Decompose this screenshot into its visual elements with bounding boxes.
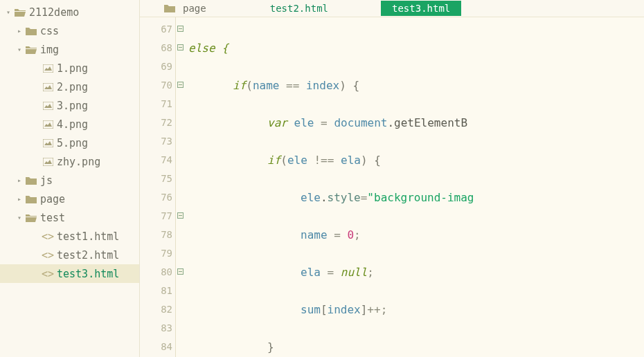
breadcrumb-folder[interactable]: page <box>152 1 217 16</box>
image-icon <box>42 83 54 91</box>
folder-label: css <box>40 25 59 37</box>
tree-file-html[interactable]: · <> test1.html <box>0 227 139 246</box>
fold-icon[interactable] <box>177 82 184 88</box>
tab-label: test2.html <box>270 3 328 14</box>
chevron-down-icon: ▾ <box>4 8 12 16</box>
fold-icon[interactable] <box>177 212 184 219</box>
svg-rect-4 <box>43 139 53 147</box>
app-root: ▾ 2112demo ▸ css ▾ img · 1.p <box>0 0 644 357</box>
line-number: 84 <box>140 338 175 356</box>
keyword: null <box>341 266 368 279</box>
svg-rect-2 <box>43 102 53 110</box>
image-icon <box>42 64 54 73</box>
tree-folder-page[interactable]: ▸ page <box>0 190 139 208</box>
tree-file-image[interactable]: · 4.png <box>0 115 139 134</box>
file-label: 2.png <box>57 81 88 93</box>
tree-folder-js[interactable]: ▸ js <box>0 171 139 190</box>
fold-icon[interactable] <box>177 26 184 32</box>
image-icon <box>42 102 54 110</box>
folder-open-icon <box>14 8 26 17</box>
folder-icon <box>25 176 37 185</box>
tree-file-image[interactable]: · 1.png <box>0 59 139 77</box>
line-number: 71 <box>140 95 175 113</box>
tree-file-image[interactable]: · 5.png <box>0 134 139 152</box>
image-icon <box>42 120 54 129</box>
folder-label: js <box>40 174 53 187</box>
breadcrumb-tabs: page test2.html test3.html <box>140 0 644 17</box>
file-label: test2.html <box>57 249 119 262</box>
line-number: 82 <box>140 300 175 319</box>
code-area[interactable]: else { if(name == index) { var ele = doc… <box>176 17 644 357</box>
line-number: 76 <box>140 188 175 207</box>
line-gutter: 676869707172737475767778798081828384 <box>140 17 176 357</box>
tree-file-html[interactable]: · <> test2.html <box>0 246 139 264</box>
number: 0 <box>347 228 354 241</box>
editor-pane: page test2.html test3.html 6768697071727… <box>140 0 644 357</box>
file-label: 3.png <box>57 100 88 112</box>
file-label: test1.html <box>57 230 119 243</box>
tree-folder-img[interactable]: ▾ img <box>0 40 139 59</box>
line-number: 77 <box>140 207 175 226</box>
code-icon: <> <box>42 230 54 243</box>
line-number: 69 <box>140 57 175 76</box>
svg-rect-3 <box>43 120 53 129</box>
file-label: 5.png <box>57 137 88 149</box>
folder-icon <box>163 4 176 12</box>
chevron-right-icon: ▸ <box>15 176 24 184</box>
line-number: 72 <box>140 113 175 132</box>
fold-icon[interactable] <box>177 268 184 275</box>
tab-file-active[interactable]: test3.html <box>381 1 461 16</box>
svg-rect-5 <box>43 158 53 166</box>
image-icon <box>42 158 54 166</box>
line-number: 75 <box>140 170 175 188</box>
tree-file-html-active[interactable]: · <> test3.html <box>0 264 139 283</box>
line-number: 67 <box>140 20 175 39</box>
folder-label: 2112demo <box>29 6 79 19</box>
tab-label: page <box>183 3 206 14</box>
brace: } <box>267 340 274 354</box>
folder-label: page <box>40 193 65 205</box>
line-number: 70 <box>140 76 175 95</box>
tree-folder-css[interactable]: ▸ css <box>0 21 139 40</box>
line-number: 80 <box>140 263 175 282</box>
tab-file[interactable]: test2.html <box>259 1 339 16</box>
tab-label: test3.html <box>392 3 450 14</box>
tree-folder-test[interactable]: ▾ test <box>0 208 139 227</box>
fold-icon[interactable] <box>177 44 184 51</box>
svg-rect-1 <box>43 83 53 91</box>
chevron-right-icon: ▸ <box>15 195 24 203</box>
line-number: 73 <box>140 132 175 151</box>
line-number: 78 <box>140 226 175 244</box>
code-editor[interactable]: 676869707172737475767778798081828384 els… <box>140 17 644 357</box>
folder-label: test <box>40 212 65 224</box>
file-tree: ▾ 2112demo ▸ css ▾ img · 1.p <box>0 0 140 357</box>
string: "background-imag <box>367 191 474 204</box>
chevron-right-icon: ▸ <box>15 27 24 35</box>
code-icon: <> <box>42 249 54 262</box>
folder-label: img <box>40 44 59 56</box>
keyword: if <box>267 154 280 167</box>
folder-open-icon <box>25 213 37 222</box>
tree-root-folder[interactable]: ▾ 2112demo <box>0 3 139 21</box>
svg-rect-0 <box>43 64 53 73</box>
file-label: 4.png <box>57 118 88 131</box>
tree-file-image[interactable]: · zhy.png <box>0 152 139 171</box>
folder-icon <box>25 27 37 35</box>
file-label: 1.png <box>57 62 88 75</box>
keyword: var <box>267 116 287 129</box>
keyword: if <box>233 79 246 92</box>
folder-open-icon <box>25 45 37 54</box>
chevron-down-icon: ▾ <box>15 46 24 53</box>
line-number: 74 <box>140 151 175 170</box>
chevron-down-icon: ▾ <box>15 214 24 221</box>
line-number: 68 <box>140 39 175 57</box>
folder-icon <box>25 195 37 203</box>
image-icon <box>42 139 54 147</box>
tree-file-image[interactable]: · 3.png <box>0 96 139 115</box>
line-number: 83 <box>140 319 175 338</box>
line-number: 79 <box>140 244 175 263</box>
tree-file-image[interactable]: · 2.png <box>0 77 139 96</box>
file-label: zhy.png <box>57 156 100 168</box>
line-number: 81 <box>140 282 175 300</box>
file-label: test3.html <box>57 268 119 280</box>
